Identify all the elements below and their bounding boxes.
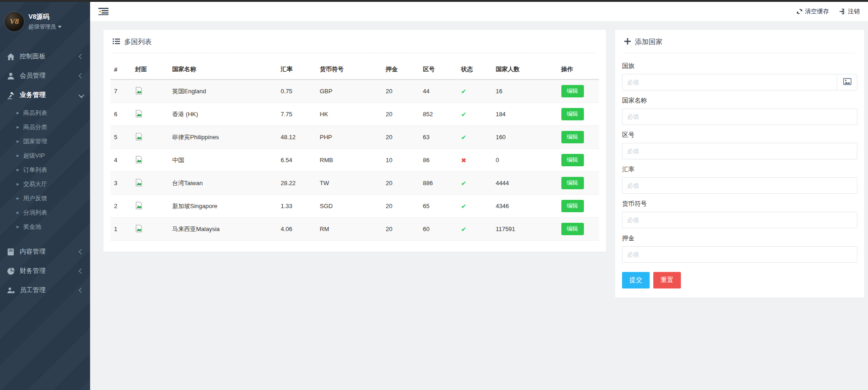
flag-label: 国旗 [622, 62, 857, 70]
col-currency: 货币符号 [316, 60, 383, 79]
cell-id: 4 [110, 149, 131, 172]
cell-deposit: 20 [382, 126, 419, 149]
country-list-panel: 多国列表 # 封面 国家名称 [103, 30, 606, 252]
reset-button[interactable]: 重置 [653, 272, 681, 288]
cell-id: 7 [110, 79, 131, 103]
cell-deposit: 20 [382, 195, 419, 218]
col-area-code: 区号 [419, 60, 457, 79]
staff-icon [7, 287, 15, 294]
status-on-icon: ✔ [461, 203, 467, 210]
edit-button[interactable]: 编辑 [561, 131, 584, 143]
sidebar-item-business[interactable]: 业务管理 [0, 85, 90, 105]
caret-right-icon: ▸ [17, 124, 19, 130]
cell-status: ✔ [457, 172, 492, 195]
submenu-item-super-vip[interactable]: ▸超级VIP [0, 148, 90, 163]
cell-cover [131, 218, 169, 241]
cell-actions: 编辑 [558, 126, 599, 149]
business-submenu: ▸商品列表 ▸商品分类 ▸国家管理 ▸超级VIP ▸订单列表 ▸交易大厅 ▸用户… [0, 105, 90, 237]
logout-icon [839, 8, 845, 15]
edit-button[interactable]: 编辑 [561, 154, 584, 166]
submenu-item-order-list[interactable]: ▸订单列表 [0, 163, 90, 177]
currency-input[interactable] [622, 212, 857, 228]
cell-deposit: 20 [382, 103, 419, 126]
cell-actions: 编辑 [558, 195, 599, 218]
chevron-left-icon [79, 288, 84, 293]
rate-label: 汇率 [622, 165, 857, 174]
col-cover: 封面 [131, 60, 169, 79]
submenu-item-bonus-pool[interactable]: ▸奖金池 [0, 220, 90, 234]
cell-deposit: 20 [382, 79, 419, 103]
area-code-label: 区号 [622, 131, 857, 139]
cell-status: ✔ [457, 79, 492, 103]
cell-currency: SGD [316, 195, 383, 218]
cell-population: 4444 [492, 172, 557, 195]
flag-input[interactable] [622, 74, 837, 90]
cell-area-code: 44 [419, 79, 457, 103]
cell-status: ✔ [457, 103, 492, 126]
table-row: 3台湾Taiwan28.22TW20886✔4444编辑 [110, 172, 599, 195]
sidebar-item-content[interactable]: 内容管理 [0, 242, 90, 261]
chevron-left-icon [79, 249, 84, 254]
submenu-item-profit-list[interactable]: ▸分润列表 [0, 205, 90, 220]
cell-cover [131, 126, 169, 149]
sidebar-item-staff[interactable]: 员工管理 [0, 281, 90, 300]
brand[interactable]: V8 V8源码 超级管理员 [0, 2, 90, 40]
broken-image-icon [135, 179, 143, 188]
rate-input[interactable] [622, 177, 857, 194]
edit-button[interactable]: 编辑 [561, 108, 584, 120]
sidebar-toggle-icon[interactable] [98, 7, 108, 16]
chevron-left-icon [79, 268, 84, 273]
submit-button[interactable]: 提交 [622, 272, 650, 288]
sidebar-item-dashboard[interactable]: 控制面板 [0, 47, 90, 66]
cell-area-code: 63 [419, 126, 457, 149]
book-icon [7, 248, 15, 256]
sidebar-item-finance[interactable]: 财务管理 [0, 261, 90, 281]
broken-image-icon [135, 110, 143, 119]
topbar: 清空缓存 注销 [90, 2, 868, 21]
edit-button[interactable]: 编辑 [561, 85, 584, 97]
submenu-item-trade-hall[interactable]: ▸交易大厅 [0, 177, 90, 191]
panel-title: 添加国家 [635, 38, 662, 46]
submenu-item-product-category[interactable]: ▸商品分类 [0, 120, 90, 134]
cell-area-code: 86 [419, 149, 457, 172]
cell-currency: RMB [316, 149, 383, 172]
country-name-input[interactable] [622, 108, 857, 125]
submenu-item-country-management[interactable]: ▸国家管理 [0, 134, 90, 148]
edit-button[interactable]: 编辑 [561, 200, 584, 212]
cell-rate: 48.12 [277, 126, 316, 149]
table-row: 4中国6.54RMB1086✖0编辑 [110, 149, 599, 172]
cell-currency: GBP [316, 79, 383, 103]
cell-country-name: 菲律宾Philippines [168, 126, 277, 149]
clear-cache-button[interactable]: 清空缓存 [796, 7, 829, 16]
chevron-left-icon [79, 54, 84, 59]
status-on-icon: ✔ [461, 226, 467, 233]
cell-rate: 7.75 [277, 103, 316, 126]
col-status: 状态 [457, 60, 492, 79]
logout-button[interactable]: 注销 [839, 7, 860, 16]
edit-button[interactable]: 编辑 [561, 223, 584, 235]
cell-actions: 编辑 [558, 172, 599, 195]
area-code-input[interactable] [622, 143, 857, 159]
cell-population: 184 [492, 103, 557, 126]
caret-right-icon: ▸ [17, 167, 19, 173]
brand-subtitle[interactable]: 超级管理员 [29, 23, 62, 31]
list-icon [113, 38, 120, 46]
upload-image-button[interactable] [837, 74, 857, 90]
edit-button[interactable]: 编辑 [561, 177, 584, 189]
cell-id: 2 [110, 195, 131, 218]
status-on-icon: ✔ [461, 134, 467, 141]
add-country-panel: 添加国家 国旗 [615, 30, 864, 298]
chevron-down-icon [79, 92, 84, 97]
deposit-input[interactable] [622, 246, 857, 263]
sidebar-item-members[interactable]: 会员管理 [0, 66, 90, 85]
table-row: 5菲律宾Philippines48.12PHP2063✔160编辑 [110, 126, 599, 149]
submenu-item-user-feedback[interactable]: ▸用户反馈 [0, 191, 90, 205]
cell-population: 160 [492, 126, 557, 149]
cell-country-name: 中国 [168, 149, 277, 172]
v8-logo: V8 [5, 12, 24, 31]
cell-country-name: 新加坡Singapore [168, 195, 277, 218]
pie-chart-icon [7, 267, 15, 275]
sidebar-nav: 控制面板 会员管理 业务管理 ▸商品列表 ▸商品分类 ▸国家 [0, 47, 90, 300]
caret-right-icon: ▸ [17, 138, 19, 144]
submenu-item-product-list[interactable]: ▸商品列表 [0, 106, 90, 120]
